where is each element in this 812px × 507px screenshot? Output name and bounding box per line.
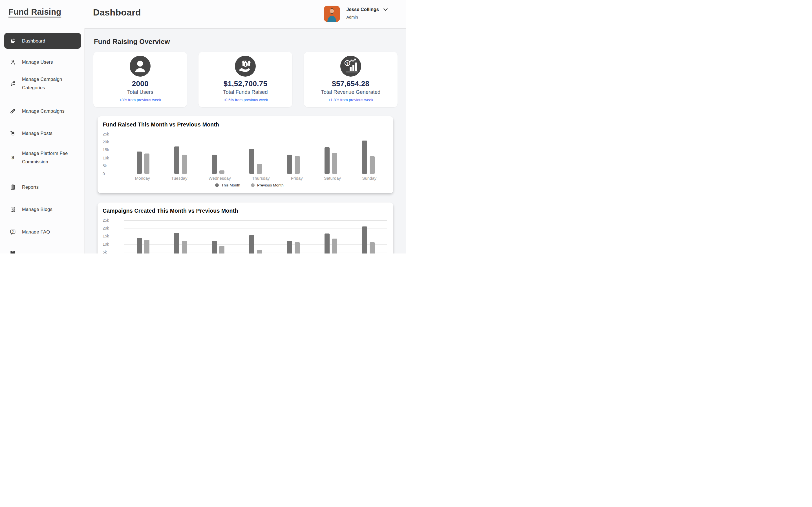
legend-item[interactable]: Previous Month xyxy=(251,183,284,187)
bar-group-wednesday xyxy=(212,155,224,174)
stat-delta: +0.5% from previous week xyxy=(223,98,268,102)
bar-previous-month xyxy=(219,246,224,253)
bar-previous-month xyxy=(257,250,262,253)
stat-label: Total Revenue Generated xyxy=(321,89,380,95)
stat-delta: +1.8% from previous week xyxy=(328,98,373,102)
dollar-icon: $ xyxy=(10,154,16,161)
stat-value: 2000 xyxy=(132,79,149,88)
bar-this-month xyxy=(174,147,179,174)
funds-raised-icon: $ xyxy=(235,55,256,77)
x-axis-label: Monday xyxy=(135,176,150,180)
stat-label: Total Funds Raised xyxy=(223,89,267,95)
y-axis-label: 5k xyxy=(103,250,107,253)
bar-group-sunday xyxy=(362,226,375,253)
bar-previous-month xyxy=(144,154,149,174)
sidebar-item-manage-campaign-categories[interactable]: Manage Campaign Categories xyxy=(4,75,81,92)
clipboard-icon xyxy=(10,184,16,190)
stat-label: Total Users xyxy=(127,89,153,95)
bar-previous-month xyxy=(295,242,300,253)
bar-this-month xyxy=(137,238,142,253)
y-axis-label: 20k xyxy=(103,226,109,230)
brand-logo[interactable]: Fund Raising xyxy=(8,7,61,17)
y-axis-label: 10k xyxy=(103,156,109,160)
sidebar-item-manage-posts[interactable]: Manage Posts xyxy=(4,129,81,137)
total-users-icon xyxy=(130,55,151,77)
bar-group-saturday xyxy=(324,147,337,174)
bar-this-month xyxy=(212,155,217,174)
open-book-icon xyxy=(10,250,16,253)
bar-group-thursday xyxy=(249,235,262,253)
bar-this-month xyxy=(362,226,367,253)
svg-text:?: ? xyxy=(12,230,13,233)
revenue-generated-icon: $ xyxy=(340,55,361,77)
legend-label: Previous Month xyxy=(257,183,284,187)
y-axis-label: 0 xyxy=(103,172,105,176)
x-axis-label: Friday xyxy=(291,176,303,180)
gridline xyxy=(124,174,387,174)
avatar[interactable] xyxy=(324,6,340,22)
sidebar-item-manage-faq[interactable]: ? Manage FAQ xyxy=(4,228,81,236)
x-axis-label: Wednesday xyxy=(209,176,231,180)
bar-this-month xyxy=(249,235,254,253)
sidebar-item-label: Manage FAQ xyxy=(22,228,50,236)
user-icon xyxy=(10,59,16,65)
bar-group-monday xyxy=(137,238,149,253)
y-axis: 25k20k15k10k5k0 xyxy=(101,134,120,174)
main-content: Fund Raising Overview 2000 Total Users +… xyxy=(85,28,406,253)
bar-group-wednesday xyxy=(212,241,224,253)
bar-group-saturday xyxy=(324,233,337,253)
bar-previous-month xyxy=(144,240,149,253)
chevron-down-icon[interactable] xyxy=(384,8,388,11)
bar-previous-month xyxy=(370,242,375,253)
sidebar-item-manage-platform-fee-commission[interactable]: $ Manage Platform Fee Commission xyxy=(4,149,81,166)
bar-previous-month xyxy=(370,156,375,174)
svg-text:$: $ xyxy=(245,63,246,66)
sidebar-item-partial[interactable] xyxy=(4,250,81,253)
svg-text:$: $ xyxy=(11,155,14,160)
bar-group-friday xyxy=(287,241,300,253)
chart-plot: 25k20k15k10k5k0 xyxy=(101,220,387,253)
user-menu[interactable]: Jesse Collings Admin xyxy=(324,6,388,22)
sidebar-item-manage-campaigns[interactable]: Manage Campaigns xyxy=(4,107,81,115)
bar-previous-month xyxy=(182,241,187,253)
legend-dot xyxy=(215,183,219,187)
legend-label: This Month xyxy=(221,183,240,187)
stat-delta: +8% from previous week xyxy=(119,98,161,102)
bar-this-month xyxy=(287,155,292,174)
bar-group-friday xyxy=(287,155,300,174)
bar-group-sunday xyxy=(362,140,375,174)
sidebar-item-label: Reports xyxy=(22,183,39,191)
legend-item[interactable]: This Month xyxy=(215,183,240,187)
overview-title: Fund Raising Overview xyxy=(93,38,398,46)
bar-this-month xyxy=(362,140,367,174)
sidebar-item-manage-blogs[interactable]: Manage Blogs xyxy=(4,205,81,214)
sidebar-item-label: Manage Campaign Categories xyxy=(22,75,79,92)
sidebar-item-manage-users[interactable]: Manage Users xyxy=(4,58,81,66)
sidebar-item-label: Manage Platform Fee Commission xyxy=(22,149,81,166)
bar-this-month xyxy=(249,149,254,174)
chart-title: Campaigns Created This Month vs Previous… xyxy=(101,208,387,214)
y-axis-label: 25k xyxy=(103,218,109,223)
chart-title: Fund Raised This Month vs Previous Month xyxy=(101,121,387,128)
sidebar-item-dashboard[interactable]: Dashboard xyxy=(4,33,81,49)
bar-this-month xyxy=(324,147,329,174)
app-window: Fund Raising Dashboard Jesse Collings Ad… xyxy=(0,0,406,253)
sidebar-item-reports[interactable]: Reports xyxy=(4,183,81,191)
sidebar-item-label: Dashboard xyxy=(22,37,45,45)
bar-this-month xyxy=(137,152,142,174)
stat-value: $57,654.28 xyxy=(332,79,369,88)
legend-dot xyxy=(251,183,255,187)
chart-plot: 25k20k15k10k5k0 xyxy=(101,134,387,174)
bar-this-month xyxy=(212,241,217,253)
user-name: Jesse Collings xyxy=(346,7,379,12)
bar-this-month xyxy=(174,233,179,253)
question-bubble-icon: ? xyxy=(10,229,16,235)
x-axis-label: Tuesday xyxy=(171,176,187,180)
bar-group-tuesday xyxy=(174,233,187,253)
bar-previous-month xyxy=(332,238,337,253)
x-axis: MondayTuesdayWednesdayThursdayFridaySatu… xyxy=(124,176,387,180)
sidebar-item-label: Manage Campaigns xyxy=(22,107,64,115)
svg-text:$: $ xyxy=(346,61,348,65)
plot-area xyxy=(124,134,387,174)
chart-card-fund-raised: Fund Raised This Month vs Previous Month… xyxy=(98,116,393,193)
